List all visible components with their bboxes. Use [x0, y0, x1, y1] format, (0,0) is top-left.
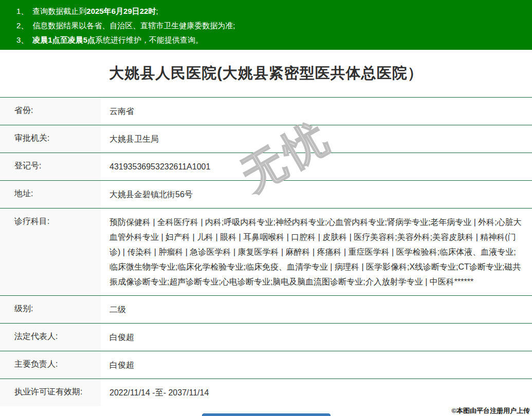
table-row: 执业许可证有效期:2022/11/14 -至- 2037/11/14: [0, 379, 532, 407]
row-label: 省份:: [0, 98, 101, 125]
notice-text-bold: 2025年6月29日22时: [86, 7, 156, 15]
row-label: 登记号:: [0, 153, 101, 181]
notice-text: ;: [156, 7, 158, 15]
table-row: 主要负责人:白俊超: [0, 351, 532, 379]
table-row: 地址:大姚县金碧镇北街56号: [0, 181, 532, 209]
table-row: 登记号:43193536953232611A1001: [0, 153, 532, 181]
row-value: 二级: [101, 296, 532, 324]
credit-stamp: ©本图由平台注册用户上传: [451, 406, 530, 415]
row-label: 级别:: [0, 296, 101, 324]
notice-number: 2、: [16, 21, 28, 30]
row-label: 主要负责人:: [0, 351, 101, 379]
notice-number: 1、: [16, 7, 28, 15]
row-label: 诊疗科目:: [0, 209, 101, 296]
table-row: 级别:二级: [0, 296, 532, 324]
row-value: 预防保健科 | 全科医疗科 | 内科;呼吸内科专业;神经内科专业;心血管内科专业…: [101, 209, 532, 296]
row-value: 白俊超: [101, 324, 532, 351]
notice-item-3: 3、凌晨1点至凌晨5点系统进行维护，不能提供查询。: [16, 33, 527, 47]
notice-item-1: 1、查询数据截止到2025年6月29日22时;: [16, 4, 527, 18]
row-value: 大姚县金碧镇北街56号: [101, 181, 532, 209]
notice-number: 3、: [16, 35, 28, 44]
table-row: 省份:云南省: [0, 98, 532, 125]
table-row: 审批机关:大姚县卫生局: [0, 125, 532, 153]
notice-text: 信息数据结果以各省、自治区、直辖市卫生健康委数据为准;: [32, 21, 235, 30]
page-title: 大姚县人民医院(大姚县紧密型医共体总医院）: [109, 63, 423, 84]
notice-item-2: 2、信息数据结果以各省、自治区、直辖市卫生健康委数据为准;: [16, 18, 527, 33]
row-value: 大姚县卫生局: [101, 125, 532, 153]
notice-text: 系统进行维护，不能提供查询。: [95, 35, 203, 44]
row-label: 执业许可证有效期:: [0, 379, 101, 407]
row-value: 云南省: [101, 98, 532, 125]
hospital-info-table: 省份:云南省审批机关:大姚县卫生局登记号:43193536953232611A1…: [0, 97, 532, 406]
notice-text: 查询数据截止到: [32, 7, 86, 15]
table-row: 法定代表人:白俊超: [0, 324, 532, 351]
row-value: 白俊超: [101, 351, 532, 379]
row-value: 2022/11/14 -至- 2037/11/14: [101, 379, 532, 407]
row-label: 地址:: [0, 181, 101, 209]
row-label: 审批机关:: [0, 125, 101, 153]
close-window-button[interactable]: 〖关闭窗口〗: [202, 413, 331, 416]
row-value: 43193536953232611A1001: [101, 153, 532, 181]
info-table-body: 省份:云南省审批机关:大姚县卫生局登记号:43193536953232611A1…: [0, 98, 532, 407]
notice-text-bold: 凌晨1点至凌晨5点: [32, 35, 95, 44]
notice-banner: 1、查询数据截止到2025年6月29日22时; 2、信息数据结果以各省、自治区、…: [0, 0, 532, 50]
table-row: 诊疗科目:预防保健科 | 全科医疗科 | 内科;呼吸内科专业;神经内科专业;心血…: [0, 209, 532, 296]
row-label: 法定代表人:: [0, 324, 101, 351]
